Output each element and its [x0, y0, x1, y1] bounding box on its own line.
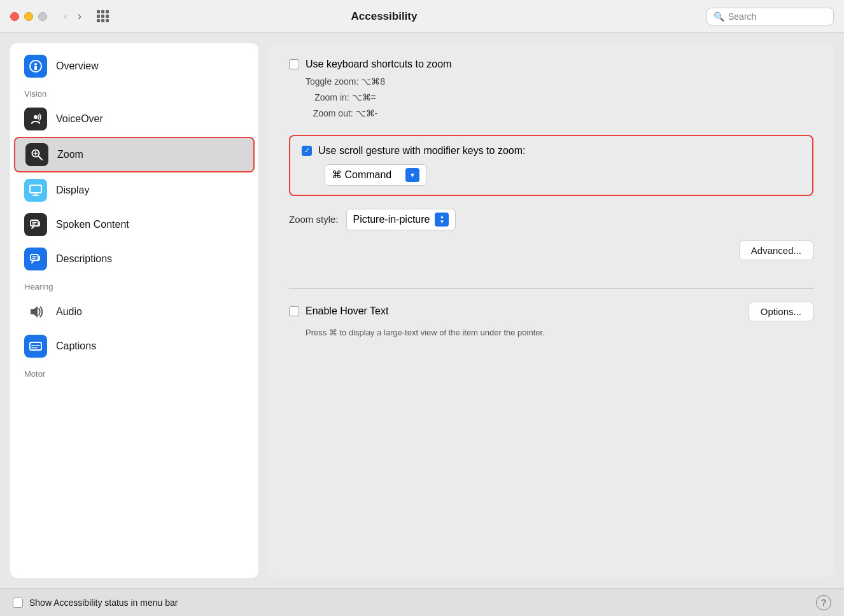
captions-icon — [24, 335, 47, 358]
help-button[interactable]: ? — [816, 595, 831, 610]
scroll-gesture-label: Use scroll gesture with modifier keys to… — [318, 145, 525, 157]
zoom-out-text: Zoom out: ⌥⌘- — [306, 106, 385, 122]
sidebar-item-voiceover[interactable]: VoiceOver — [14, 102, 255, 136]
minimize-button[interactable] — [24, 12, 33, 21]
voiceover-icon — [24, 108, 47, 130]
close-button[interactable] — [10, 12, 19, 21]
fullscreen-button[interactable] — [38, 12, 47, 21]
section-label-hearing: Hearing — [10, 277, 258, 294]
window-title: Accessibility — [69, 10, 699, 23]
svg-point-3 — [34, 115, 38, 119]
zoom-style-dropdown[interactable]: Picture-in-picture ▲ ▼ — [346, 209, 456, 230]
hover-text-row: Enable Hover Text Options... — [289, 302, 813, 321]
advanced-button[interactable]: Advanced... — [739, 241, 813, 260]
keyboard-shortcuts-section: Use keyboard shortcuts to zoom Toggle zo… — [289, 59, 813, 122]
scroll-gesture-box: ✓ Use scroll gesture with modifier keys … — [289, 135, 813, 196]
sidebar-item-audio[interactable]: Audio — [14, 295, 255, 328]
search-icon: 🔍 — [714, 11, 724, 22]
sidebar-item-overview[interactable]: Overview — [14, 50, 255, 83]
shortcuts-info: Toggle zoom: ⌥⌘8 Zoom in: ⌥⌘= Zoom out: … — [306, 74, 385, 122]
svg-point-1 — [34, 63, 37, 66]
svg-marker-18 — [31, 306, 38, 318]
sidebar-item-descriptions[interactable]: Descriptions — [14, 242, 255, 276]
hover-text-description: Press ⌘ to display a large-text view of … — [306, 328, 813, 337]
hover-text-label: Enable Hover Text — [306, 305, 388, 317]
modifier-key-dropdown[interactable]: ⌘ Command ▾ — [325, 164, 426, 186]
descriptions-label: Descriptions — [56, 253, 112, 265]
zoom-style-stepper: ▲ ▼ — [435, 213, 449, 227]
traffic-lights — [10, 12, 47, 21]
descriptions-icon — [24, 248, 47, 270]
sidebar-item-spoken-content[interactable]: Spoken Content — [14, 208, 255, 241]
zoom-style-row: Zoom style: Picture-in-picture ▲ ▼ — [289, 209, 813, 230]
spoken-content-label: Spoken Content — [56, 219, 129, 230]
sidebar-item-display[interactable]: Display — [14, 174, 255, 207]
spoken-content-icon — [24, 213, 47, 236]
keyboard-shortcuts-row: Use keyboard shortcuts to zoom — [289, 59, 451, 70]
modifier-key-dropdown-container: ⌘ Command ▾ — [302, 164, 801, 186]
hover-text-checkbox[interactable] — [289, 306, 299, 316]
sidebar-item-captions[interactable]: Captions — [14, 330, 255, 363]
section-label-vision: Vision — [10, 84, 258, 101]
keyboard-shortcuts-label: Use keyboard shortcuts to zoom — [306, 59, 451, 70]
overview-icon — [24, 55, 47, 78]
scroll-gesture-row: ✓ Use scroll gesture with modifier keys … — [302, 145, 801, 157]
svg-line-5 — [39, 157, 43, 160]
voiceover-label: VoiceOver — [56, 113, 103, 125]
zoom-label: Zoom — [57, 149, 83, 160]
options-button[interactable]: Options... — [749, 302, 813, 321]
title-bar: ‹ › Accessibility 🔍 — [0, 0, 844, 33]
section-label-motor: Motor — [10, 364, 258, 381]
display-icon — [24, 179, 47, 202]
audio-icon — [24, 300, 47, 323]
sidebar-item-zoom[interactable]: Zoom — [14, 137, 255, 172]
overview-label: Overview — [56, 60, 99, 72]
svg-rect-19 — [30, 342, 41, 350]
svg-rect-2 — [34, 66, 37, 70]
svg-rect-8 — [30, 185, 41, 193]
modifier-key-dropdown-arrow: ▾ — [405, 168, 419, 182]
modifier-key-value: ⌘ Command — [332, 169, 391, 181]
captions-label: Captions — [56, 340, 96, 352]
search-input[interactable] — [728, 11, 827, 22]
keyboard-shortcuts-checkbox[interactable] — [289, 59, 299, 69]
toggle-zoom-text: Toggle zoom: ⌥⌘8 — [306, 74, 385, 90]
sidebar: Overview Vision VoiceOver — [10, 43, 258, 578]
audio-label: Audio — [56, 306, 82, 318]
zoom-icon — [25, 143, 48, 166]
zoom-in-text: Zoom in: ⌥⌘= — [306, 90, 385, 106]
zoom-style-value: Picture-in-picture — [353, 214, 430, 225]
zoom-style-label: Zoom style: — [289, 214, 339, 225]
bottom-bar: Show Accessibility status in menu bar ? — [0, 588, 844, 616]
divider — [289, 288, 813, 289]
menu-bar-label: Show Accessibility status in menu bar — [29, 598, 178, 608]
display-label: Display — [56, 185, 89, 196]
menu-bar-checkbox[interactable] — [13, 598, 23, 608]
main-area: Overview Vision VoiceOver — [0, 33, 844, 588]
svg-rect-11 — [31, 220, 38, 226]
search-box[interactable]: 🔍 — [707, 8, 834, 25]
scroll-gesture-checkbox[interactable]: ✓ — [302, 146, 312, 156]
content-panel: Use keyboard shortcuts to zoom Toggle zo… — [269, 43, 834, 578]
svg-rect-14 — [31, 255, 38, 260]
